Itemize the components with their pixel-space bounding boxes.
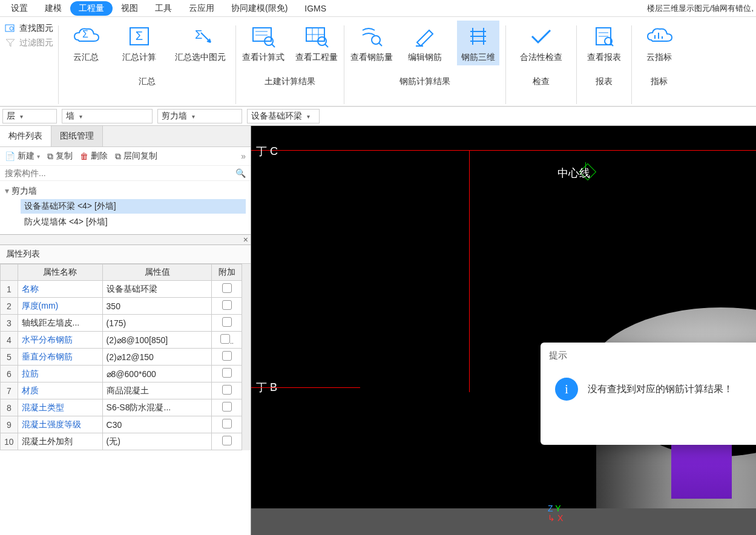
selector-layer[interactable]: 层▾ <box>2 109 57 123</box>
prop-value[interactable]: 商品混凝土 <box>102 382 212 399</box>
prop-value[interactable]: ⌀8@600*600 <box>102 366 212 382</box>
selector-subcategory-label: 剪力墙 <box>162 111 187 122</box>
menu-cloud[interactable]: 云应用 <box>180 1 223 16</box>
sum-calc-button[interactable]: Σ 汇总计算 <box>118 21 160 65</box>
prop-value[interactable]: S6-S8防水混凝... <box>102 399 212 416</box>
splitter[interactable]: × <box>0 234 251 245</box>
prop-value[interactable]: (2)⌀8@100[850] <box>102 332 212 349</box>
view-report-button[interactable]: 查看报表 <box>583 21 625 65</box>
prop-value[interactable]: (175) <box>102 315 212 332</box>
checkbox-icon[interactable] <box>222 317 232 327</box>
dialog-title: 提示 <box>549 350 567 361</box>
checkbox-icon[interactable] <box>220 334 230 344</box>
prop-attach[interactable] <box>212 298 242 315</box>
search-input[interactable] <box>5 168 235 178</box>
view-rebar-qty-button[interactable]: 查看钢筋量 <box>350 21 393 65</box>
sum-selected-button[interactable]: Σ 汇总选中图元 <box>171 21 229 65</box>
tree-item-firewall[interactable]: 防火堤墙体 <4> [外墙] <box>21 215 246 229</box>
prop-header-name: 属性名称 <box>18 264 102 281</box>
find-element-button[interactable]: 查找图元 <box>5 23 53 34</box>
property-table: 属性名称 属性值 附加 1名称设备基础环梁2厚度(mm)3503轴线距左墙皮..… <box>0 264 242 450</box>
svg-text:Σ: Σ <box>136 29 143 42</box>
scrollbar[interactable] <box>242 264 251 450</box>
prop-attach[interactable] <box>212 399 242 416</box>
prop-value[interactable]: 350 <box>102 298 212 315</box>
menu-tools[interactable]: 工具 <box>146 1 180 16</box>
filter-element-button[interactable]: 过滤图元 <box>5 38 53 48</box>
prop-attach[interactable]: .. <box>212 332 242 349</box>
checkbox-icon[interactable] <box>222 419 232 428</box>
prop-attach[interactable] <box>212 349 242 366</box>
copy-component-button[interactable]: ⧉复制 <box>47 151 73 162</box>
view-quantity-button[interactable]: 查看工程量 <box>295 21 338 65</box>
selector-component[interactable]: 设备基础环梁▾ <box>247 109 320 123</box>
prop-value[interactable]: C30 <box>102 416 212 433</box>
chevron-down-icon: ▾ <box>79 113 82 120</box>
calc-formula-icon <box>249 23 278 50</box>
close-icon[interactable]: × <box>243 235 248 245</box>
table-row[interactable]: 6拉筋⌀8@600*600 <box>1 366 242 382</box>
prop-attach[interactable] <box>212 281 242 298</box>
prop-attach[interactable] <box>212 416 242 433</box>
layer-copy-button[interactable]: ⧉层间复制 <box>115 151 157 162</box>
view-formula-button[interactable]: 查看计算式 <box>242 21 284 65</box>
cloud-metric-button[interactable]: 云指标 <box>638 21 680 65</box>
table-row[interactable]: 9混凝土强度等级C30 <box>1 416 242 433</box>
rebar-edit-icon <box>410 23 439 50</box>
checkbox-icon[interactable] <box>222 300 232 310</box>
prop-name: 名称 <box>18 281 102 298</box>
delete-component-button[interactable]: 🗑删除 <box>80 151 108 162</box>
prop-value[interactable]: (无) <box>102 433 212 450</box>
selector-category[interactable]: 墙▾ <box>62 109 153 123</box>
table-row[interactable]: 3轴线距左墙皮...(175) <box>1 315 242 332</box>
checkbox-icon[interactable] <box>222 402 232 412</box>
menu-settings[interactable]: 设置 <box>2 1 36 16</box>
prop-header-value: 属性值 <box>102 264 212 281</box>
checkbox-icon[interactable] <box>222 351 232 361</box>
prop-attach[interactable] <box>212 382 242 399</box>
menu-collab[interactable]: 协同建模(限免) <box>223 1 296 16</box>
component-toolbar: 📄新建▾ ⧉复制 🗑删除 ⧉层间复制 » <box>0 147 251 166</box>
viewport-3d[interactable]: 丁 C 中心线 丁 B Z Y ↳ X 提示 ✕ i 没有查找到对应的钢筋计算结… <box>251 126 756 535</box>
edit-rebar-button[interactable]: 编辑钢筋 <box>404 21 446 65</box>
table-row[interactable]: 7材质商品混凝土 <box>1 382 242 399</box>
view-rebar-qty-label: 查看钢筋量 <box>350 52 393 63</box>
cloud-metric-icon <box>645 23 674 50</box>
tree-item-ringbeam[interactable]: 设备基础环梁 <4> [外墙] <box>21 199 246 214</box>
menu-view[interactable]: 视图 <box>113 1 146 16</box>
group-report-label: 报表 <box>596 76 613 87</box>
filter-element-label: 过滤图元 <box>19 38 53 48</box>
rebar-3d-button[interactable]: 钢筋三维 <box>457 21 499 65</box>
prop-value[interactable]: 设备基础环梁 <box>102 281 212 298</box>
table-row[interactable]: 4水平分布钢筋(2)⌀8@100[850].. <box>1 332 242 349</box>
tab-component-list[interactable]: 构件列表 <box>0 126 51 146</box>
trash-icon: 🗑 <box>80 151 88 161</box>
validity-check-button[interactable]: 合法性检查 <box>512 21 570 65</box>
table-row[interactable]: 10混凝土外加剂(无) <box>1 433 242 450</box>
table-row[interactable]: 1名称设备基础环梁 <box>1 281 242 298</box>
menu-quantity[interactable]: 工程量 <box>70 1 113 16</box>
table-row[interactable]: 2厚度(mm)350 <box>1 298 242 315</box>
checkbox-icon[interactable] <box>222 436 232 445</box>
new-component-button[interactable]: 📄新建▾ <box>5 151 40 162</box>
checkbox-icon[interactable] <box>222 283 232 293</box>
menu-modeling[interactable]: 建模 <box>36 1 70 16</box>
group-metric-label: 指标 <box>651 76 668 87</box>
coord-axes: Z Y ↳ X <box>548 504 563 523</box>
prop-attach[interactable] <box>212 433 242 450</box>
table-row[interactable]: 8混凝土类型S6-S8防水混凝... <box>1 399 242 416</box>
menu-igms[interactable]: IGMS <box>296 2 335 15</box>
cloud-sum-button[interactable]: Σ 云汇总 <box>65 21 107 65</box>
checkbox-icon[interactable] <box>222 368 232 378</box>
prop-attach[interactable] <box>212 366 242 382</box>
tab-drawing-mgmt[interactable]: 图纸管理 <box>51 126 103 146</box>
prop-value[interactable]: (2)⌀12@150 <box>102 349 212 366</box>
search-icon[interactable]: 🔍 <box>235 168 246 178</box>
table-row[interactable]: 5垂直分布钢筋(2)⌀12@150 <box>1 349 242 366</box>
tree-parent[interactable]: 剪力墙 <box>5 185 246 198</box>
toolbar-more-button[interactable]: » <box>241 151 246 161</box>
selector-subcategory[interactable]: 剪力墙▾ <box>157 109 242 123</box>
cloud-sum-icon: Σ <box>71 23 100 50</box>
prop-attach[interactable] <box>212 315 242 332</box>
checkbox-icon[interactable] <box>222 385 232 395</box>
